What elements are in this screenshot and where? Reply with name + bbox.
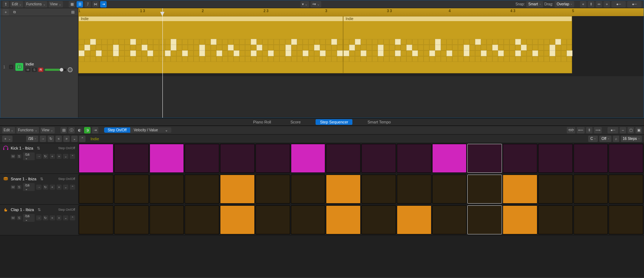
flex-icon[interactable]: ⋈ [92,1,99,8]
row-nudge-r-icon[interactable]: » [57,154,62,159]
step-kick-16[interactable] [609,144,643,173]
row-solo-button[interactable]: S [17,185,21,189]
row-expand-icon[interactable]: ⌄ [71,136,78,142]
chevron-updown-icon[interactable]: ⇅ [38,208,41,212]
step-clap-6[interactable] [255,205,290,234]
volume-slider[interactable] [45,69,66,71]
step-clap-12[interactable] [467,205,502,234]
step-kick-5[interactable] [220,144,255,173]
zoom-vertical-icon[interactable]: ⇕ [588,1,594,8]
mute-button[interactable]: M [25,68,30,72]
step-kick-12[interactable] [467,144,502,173]
loop-icon[interactable]: ↻ [48,136,54,142]
step-clap-2[interactable] [114,205,149,234]
layout-2-icon[interactable]: ▣ [635,127,642,133]
step-clap-8[interactable] [326,205,361,234]
row-loop-icon[interactable]: ↻ [43,154,48,159]
scale-select[interactable]: Off [599,136,611,142]
step-clap-14[interactable] [538,205,573,234]
seq-tool-3[interactable]: ⇕ [586,127,592,133]
step-clap-4[interactable] [185,205,219,234]
row-mute-button[interactable]: M [11,216,15,220]
row-direction-icon[interactable]: → [36,154,42,159]
step-snare-6[interactable] [255,175,290,204]
step-snare-9[interactable] [361,175,396,204]
nudge-right-icon[interactable]: » [604,1,610,8]
nav-up-icon[interactable]: ↥ [3,1,9,8]
step-kick-2[interactable] [114,144,149,173]
row-loop-icon[interactable]: ↻ [43,215,48,220]
search-icon[interactable]: ⌕ [613,136,619,142]
row-mute-button[interactable]: M [11,185,15,189]
row-expand-icon[interactable]: ⌄ [63,154,68,159]
functions-menu[interactable]: Functions [25,1,47,8]
row-direction-icon[interactable]: → [36,185,42,190]
seq-row-header-clap[interactable]: Clap 1 - Ibiza⇅Step On/OffMS/16 ⌄→↻«»⌄⌃ [0,205,78,235]
step-snare-14[interactable] [538,175,573,204]
row-division[interactable]: /16 ⌄ [23,214,35,222]
row-loop-icon[interactable]: ↻ [43,185,48,190]
step-kick-10[interactable] [397,144,431,173]
duplicate-track-button[interactable]: ⧉ [11,9,18,15]
row-expand-icon[interactable]: ⌄ [63,215,68,220]
zoom-slider[interactable]: ●─ [608,127,618,133]
seq-view-menu[interactable]: View [40,127,55,133]
pencil-tool[interactable]: +▾ [311,1,321,8]
step-clap-13[interactable] [503,205,537,234]
row-nudge-r-icon[interactable]: » [57,215,62,220]
row-collapse-icon[interactable]: ⌃ [79,136,86,142]
row-collapse-icon[interactable]: ⌃ [70,185,75,190]
row-division[interactable]: /16 ⌄ [23,183,35,191]
edit-mode-selector[interactable]: Step On/Off Velocity / Value ⌄ [104,127,171,133]
step-kick-9[interactable] [361,144,396,173]
step-kick-15[interactable] [574,144,608,173]
row-solo-button[interactable]: S [17,216,21,220]
nudge-left-icon[interactable]: « [580,1,586,8]
tab-step-sequencer[interactable]: Step Sequencer [316,119,352,125]
step-clap-7[interactable] [291,205,326,234]
global-division-select[interactable]: /16 [26,136,38,142]
record-button[interactable]: R [38,68,43,72]
step-kick-6[interactable] [255,144,290,173]
step-snare-13[interactable] [503,175,537,204]
mode-more-icon[interactable]: ⌄ [161,127,171,133]
mode-step-onoff[interactable]: Step On/Off [104,127,130,133]
drag-select[interactable]: Overlap [555,1,574,8]
chevron-updown-icon[interactable]: ⇅ [37,146,40,151]
row-nudge-l-icon[interactable]: « [50,215,55,220]
step-snare-11[interactable] [432,175,467,204]
step-snare-3[interactable] [150,175,184,204]
preview-off-icon[interactable]: ◐ [76,127,83,133]
snap-select[interactable]: Smart [526,1,543,8]
seq-tool-1[interactable]: ⟲⟳ [567,127,575,133]
seq-tool-2[interactable]: ⟸ [577,127,585,133]
row-nudge-l-icon[interactable]: « [50,154,55,159]
region[interactable]: Indie [78,16,343,73]
catch-icon[interactable]: ⇥ [92,127,98,133]
step-kick-13[interactable] [503,144,537,173]
grid-icon[interactable]: ▦ [69,1,75,8]
playhead[interactable] [162,8,163,118]
nudge-l-icon[interactable]: « [55,136,62,142]
seq-functions-menu[interactable]: Functions [16,127,39,133]
row-division[interactable]: /16 ⌄ [23,152,35,160]
row-expand-icon[interactable]: ⌄ [63,185,68,190]
region[interactable]: Indie [343,16,572,73]
zoom-fit-icon[interactable]: ⇔ [596,1,602,8]
tab-smart-tempo[interactable]: Smart Tempo [363,119,395,125]
step-kick-11[interactable] [432,144,467,173]
library-icon[interactable]: ▤ [60,127,67,133]
step-clap-11[interactable] [432,205,467,234]
row-nudge-r-icon[interactable]: » [57,185,62,190]
zoom-h-slider[interactable]: ●─ [611,1,626,8]
track-header[interactable]: 1 › Indie M S R [0,16,78,118]
step-snare-10[interactable] [397,175,431,204]
step-kick-1[interactable] [79,144,113,173]
step-clap-3[interactable] [150,205,184,234]
add-row-button[interactable]: ＋ [2,136,13,142]
zoom-h-icon[interactable]: ↔ [620,127,626,133]
region-lane[interactable]: IndieIndie [78,16,644,76]
seq-row-header-kick[interactable]: Kick 1 - Ibiza⇅Step On/OffMS/16 ⌄→↻«»⌄⌃ [0,143,78,174]
key-select[interactable]: C [588,136,598,142]
edit-menu[interactable]: Edit [10,1,23,8]
